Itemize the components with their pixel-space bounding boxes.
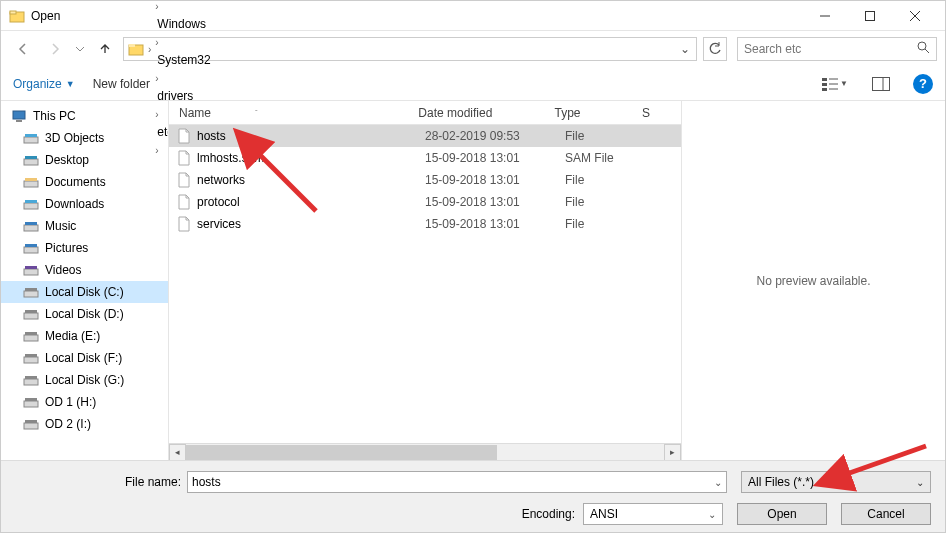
column-name[interactable]: Nameˆ xyxy=(175,106,418,120)
svg-point-8 xyxy=(918,42,926,50)
up-button[interactable] xyxy=(91,37,119,61)
scroll-track[interactable] xyxy=(186,444,664,461)
minimize-button[interactable] xyxy=(802,1,847,31)
svg-rect-19 xyxy=(16,120,22,122)
svg-rect-41 xyxy=(25,354,37,357)
preview-pane: No preview available. xyxy=(681,101,945,460)
window-title: Open xyxy=(31,9,802,23)
column-type[interactable]: Type xyxy=(555,106,643,120)
refresh-button[interactable] xyxy=(703,37,727,61)
file-row[interactable]: protocol15-09-2018 13:01File xyxy=(169,191,681,213)
drive-icon xyxy=(23,152,39,168)
nav-item[interactable]: 3D Objects xyxy=(1,127,168,149)
bottom-panel: File name: hosts ⌄ All Files (*.*) ⌄ Enc… xyxy=(1,460,945,532)
sort-indicator: ˆ xyxy=(255,108,258,117)
nav-item[interactable]: Downloads xyxy=(1,193,168,215)
organize-menu[interactable]: Organize ▼ xyxy=(13,77,75,91)
preview-message: No preview available. xyxy=(756,274,870,288)
chevron-down-icon: ⌄ xyxy=(708,509,716,520)
file-type-filter[interactable]: All Files (*.*) ⌄ xyxy=(741,471,931,493)
encoding-select[interactable]: ANSI ⌄ xyxy=(583,503,723,525)
filename-input[interactable]: hosts ⌄ xyxy=(187,471,727,493)
search-icon xyxy=(917,41,930,57)
scroll-right[interactable]: ▸ xyxy=(664,444,681,461)
svg-rect-20 xyxy=(24,137,38,143)
drive-icon xyxy=(23,240,39,256)
toolbar: Organize ▼ New folder ▼ ? xyxy=(1,67,945,101)
nav-item[interactable]: Media (E:) xyxy=(1,325,168,347)
breadcrumb-item[interactable]: System32 xyxy=(153,49,240,71)
close-button[interactable] xyxy=(892,1,937,31)
title-bar: Open xyxy=(1,1,945,31)
column-size[interactable]: S xyxy=(642,106,681,120)
chevron-right-icon[interactable]: › xyxy=(146,44,153,55)
pc-icon xyxy=(11,108,27,124)
open-button[interactable]: Open xyxy=(737,503,827,525)
scroll-left[interactable]: ◂ xyxy=(169,444,186,461)
chevron-right-icon[interactable]: › xyxy=(153,73,160,84)
breadcrumb-item[interactable]: Windows xyxy=(153,13,240,35)
nav-item[interactable]: Music xyxy=(1,215,168,237)
folder-icon xyxy=(9,8,25,24)
drive-icon xyxy=(23,130,39,146)
file-row[interactable]: lmhosts.sam15-09-2018 13:01SAM File xyxy=(169,147,681,169)
file-icon xyxy=(175,171,193,189)
svg-rect-28 xyxy=(24,225,38,231)
file-row[interactable]: services15-09-2018 13:01File xyxy=(169,213,681,235)
chevron-right-icon[interactable]: › xyxy=(153,1,160,12)
filename-label: File name: xyxy=(1,475,181,489)
svg-rect-12 xyxy=(822,88,827,91)
drive-icon xyxy=(23,350,39,366)
svg-rect-27 xyxy=(25,200,37,203)
nav-item[interactable]: Documents xyxy=(1,171,168,193)
search-input[interactable]: Search etc xyxy=(737,37,937,61)
nav-item[interactable]: Local Disk (C:) xyxy=(1,281,168,303)
file-list[interactable]: hosts28-02-2019 09:53Filelmhosts.sam15-0… xyxy=(169,125,681,443)
nav-item[interactable]: Local Disk (D:) xyxy=(1,303,168,325)
svg-rect-33 xyxy=(25,266,37,269)
address-bar-row: › This PC›Local Disk (C:)›Windows›System… xyxy=(1,31,945,67)
column-date[interactable]: Date modified xyxy=(418,106,554,120)
chevron-down-icon: ▼ xyxy=(66,79,75,89)
nav-item[interactable]: OD 1 (H:) xyxy=(1,391,168,413)
back-button[interactable] xyxy=(9,37,37,61)
address-bar[interactable]: › This PC›Local Disk (C:)›Windows›System… xyxy=(123,37,697,61)
drive-icon xyxy=(23,174,39,190)
address-dropdown[interactable]: ⌄ xyxy=(676,42,694,56)
file-icon xyxy=(175,215,193,233)
new-folder-button[interactable]: New folder xyxy=(93,77,150,91)
help-button[interactable]: ? xyxy=(913,74,933,94)
nav-item[interactable]: Pictures xyxy=(1,237,168,259)
recent-dropdown[interactable] xyxy=(73,37,87,61)
nav-this-pc[interactable]: This PC xyxy=(1,105,168,127)
chevron-down-icon[interactable]: ⌄ xyxy=(714,477,722,488)
nav-item[interactable]: Desktop xyxy=(1,149,168,171)
horizontal-scrollbar[interactable]: ◂ ▸ xyxy=(169,443,681,460)
svg-line-9 xyxy=(925,49,929,53)
svg-rect-1 xyxy=(10,11,16,14)
svg-rect-3 xyxy=(865,11,874,20)
svg-rect-32 xyxy=(24,269,38,275)
nav-item[interactable]: OD 2 (I:) xyxy=(1,413,168,435)
cancel-button[interactable]: Cancel xyxy=(841,503,931,525)
file-icon xyxy=(175,149,193,167)
navigation-pane[interactable]: This PC 3D ObjectsDesktopDocumentsDownlo… xyxy=(1,101,169,460)
nav-item[interactable]: Local Disk (F:) xyxy=(1,347,168,369)
nav-item[interactable]: Local Disk (G:) xyxy=(1,369,168,391)
search-placeholder: Search etc xyxy=(744,42,801,56)
preview-pane-button[interactable] xyxy=(867,73,895,95)
maximize-button[interactable] xyxy=(847,1,892,31)
svg-rect-36 xyxy=(24,313,38,319)
file-row[interactable]: hosts28-02-2019 09:53File xyxy=(169,125,681,147)
drive-icon xyxy=(23,416,39,432)
forward-button[interactable] xyxy=(41,37,69,61)
view-options-button[interactable]: ▼ xyxy=(821,73,849,95)
file-row[interactable]: networks15-09-2018 13:01File xyxy=(169,169,681,191)
scroll-thumb[interactable] xyxy=(186,445,497,460)
svg-rect-40 xyxy=(24,357,38,363)
chevron-right-icon[interactable]: › xyxy=(153,37,160,48)
nav-item[interactable]: Videos xyxy=(1,259,168,281)
drive-icon xyxy=(23,372,39,388)
svg-rect-46 xyxy=(24,423,38,429)
svg-rect-23 xyxy=(25,156,37,159)
